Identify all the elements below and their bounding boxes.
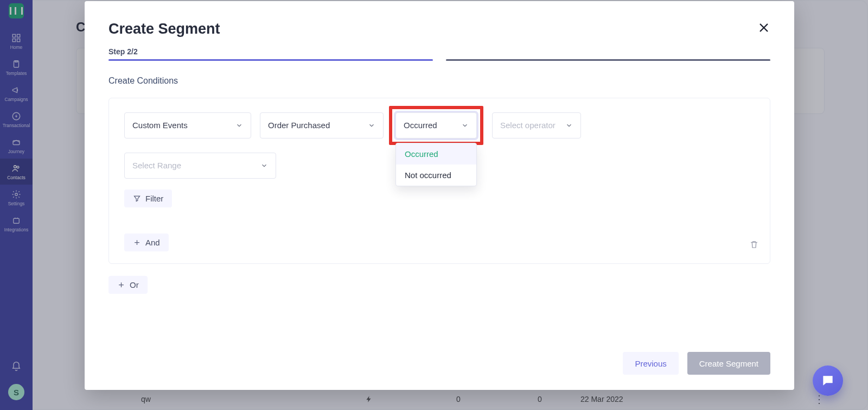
chevron-down-icon (368, 122, 375, 129)
progress-step-1 (108, 59, 433, 61)
modal-title: Create Segment (108, 21, 220, 37)
event-type-value: Custom Events (132, 121, 188, 130)
and-label: And (145, 238, 160, 247)
create-segment-label: Create Segment (699, 359, 758, 368)
modal-footer: Previous Create Segment (108, 339, 770, 375)
range-select[interactable]: Select Range (124, 153, 276, 179)
range-placeholder: Select Range (132, 161, 181, 170)
occurrence-option-not-occurred[interactable]: Not occurred (396, 165, 476, 186)
plus-icon (117, 281, 125, 289)
create-segment-button[interactable]: Create Segment (687, 352, 770, 375)
progress-step-2 (446, 59, 770, 61)
occurrence-value: Occurred (404, 121, 437, 130)
occurrence-option-occurred[interactable]: Occurred (396, 143, 476, 165)
trash-icon (749, 239, 759, 249)
event-type-select[interactable]: Custom Events (124, 112, 251, 138)
chat-widget-button[interactable] (813, 365, 843, 396)
event-name-value: Order Purchased (268, 121, 330, 130)
plus-icon (133, 238, 141, 247)
previous-button[interactable]: Previous (623, 352, 678, 375)
step-indicator: Step 2/2 (108, 47, 770, 56)
close-button[interactable] (757, 21, 770, 37)
occurrence-select[interactable]: Occurred (395, 112, 477, 138)
delete-condition-button[interactable] (749, 239, 759, 251)
filter-icon (133, 194, 141, 203)
filter-button[interactable]: Filter (124, 190, 172, 207)
occurrence-highlight: Occurred Occurred Not occurred (389, 106, 483, 145)
event-name-select[interactable]: Order Purchased (260, 112, 384, 138)
chevron-down-icon (565, 122, 573, 129)
chevron-down-icon (461, 122, 469, 129)
add-or-button[interactable]: Or (108, 276, 148, 294)
occurrence-dropdown: Occurred Not occurred (395, 143, 477, 186)
operator-placeholder: Select operator (500, 121, 556, 130)
progress-bars (108, 59, 770, 61)
chat-icon (821, 374, 835, 388)
close-icon (757, 21, 770, 34)
or-label: Or (130, 280, 139, 289)
operator-select[interactable]: Select operator (492, 112, 581, 138)
condition-group: Custom Events Order Purchased Occurred O… (108, 98, 770, 264)
previous-label: Previous (635, 359, 666, 368)
filter-label: Filter (145, 194, 163, 203)
section-subtitle: Create Conditions (108, 76, 770, 86)
chevron-down-icon (260, 162, 268, 169)
chevron-down-icon (235, 122, 243, 129)
add-and-button[interactable]: And (124, 234, 169, 251)
create-segment-modal: Create Segment Step 2/2 Create Condition… (85, 1, 794, 390)
